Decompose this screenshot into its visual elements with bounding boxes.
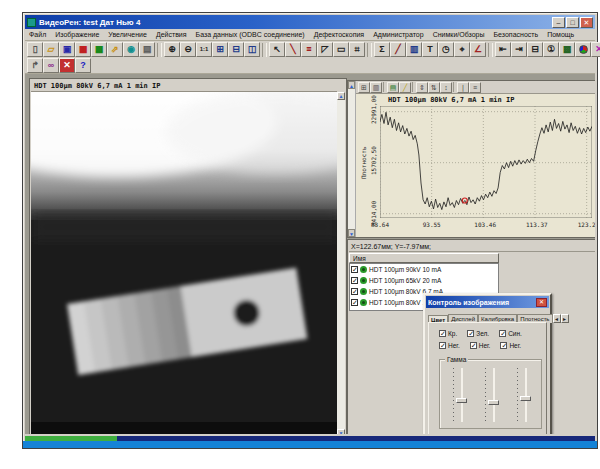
checkbox-box[interactable]: ✓: [499, 330, 506, 337]
open-folder-button[interactable]: ▱: [43, 42, 59, 57]
remove-box-button[interactable]: ⊟: [527, 42, 543, 57]
profile-toolbar: ⊞▥▤╱⇕⇅↕∣≡: [356, 81, 595, 94]
checkbox-box[interactable]: ✓: [467, 330, 474, 337]
profile-edit-button[interactable]: ╱: [399, 82, 411, 93]
save-file-button[interactable]: ▣: [59, 42, 75, 57]
checkbox-box[interactable]: ✓: [500, 342, 507, 349]
search-binoculars-button[interactable]: ∞: [43, 58, 59, 73]
crop-tool-button[interactable]: ⌗: [349, 42, 365, 57]
minimize-button[interactable]: –: [552, 17, 565, 28]
title-bar[interactable]: ВидеоРен: test Дат Нью 4 – □ ✕: [25, 15, 595, 29]
menu-item-5[interactable]: Дефектоскопия: [314, 31, 364, 38]
zoom-out-button[interactable]: ⊖: [180, 42, 196, 57]
histogram-tool-button[interactable]: ▥: [406, 42, 422, 57]
level-tool-button[interactable]: 〓: [301, 42, 317, 57]
green-view-icon: ▦: [95, 45, 104, 54]
profile-tool-button[interactable]: ╱: [390, 42, 406, 57]
scroll-up-icon[interactable]: ▲: [337, 92, 345, 100]
dialog-title-bar[interactable]: Контроль изображения ✕: [426, 296, 549, 308]
list-item[interactable]: ✓HDT 100µm 65kV 20 mA: [350, 275, 498, 286]
list-item[interactable]: ✓HDT 100µm 90kV 10 mA: [350, 264, 498, 275]
globe-button[interactable]: ◉: [123, 42, 139, 57]
profile-vscrollbar[interactable]: ▲ ▼: [348, 81, 356, 237]
next-image-button[interactable]: ⇥: [511, 42, 527, 57]
line-tool-button[interactable]: ╲: [285, 42, 301, 57]
marker-tool-button[interactable]: ◸: [317, 42, 333, 57]
menu-item-7[interactable]: Снимки/Обзоры: [433, 31, 485, 38]
maximize-button[interactable]: □: [566, 17, 579, 28]
clock-tool-button[interactable]: ◷: [438, 42, 454, 57]
target-tool-button[interactable]: ⌖: [454, 42, 470, 57]
split-horizontal-button[interactable]: ⊟: [228, 42, 244, 57]
pointer-tool-button[interactable]: ↖: [269, 42, 285, 57]
gamma-slider-red[interactable]: [452, 368, 468, 422]
plot-title: HDT 100µm 80kV 6,7 mA 1 min IP: [388, 96, 514, 104]
list-item-checkbox[interactable]: ✓: [351, 288, 358, 295]
zoom-one-to-one-button[interactable]: 1:1: [196, 42, 212, 57]
dialog-close-icon[interactable]: ✕: [536, 298, 547, 307]
menu-item-1[interactable]: Изображение: [55, 31, 99, 38]
menu-item-8[interactable]: Безопасность: [493, 31, 538, 38]
menu-item-0[interactable]: Файл: [29, 31, 46, 38]
list-item-checkbox[interactable]: ✓: [351, 277, 358, 284]
rgb-wheel-button[interactable]: [575, 42, 591, 57]
new-file-button[interactable]: ▯: [27, 42, 43, 57]
list-item-checkbox[interactable]: ✓: [351, 299, 358, 306]
tab-scroll-left-icon[interactable]: ◄: [553, 314, 561, 323]
checkbox-box[interactable]: ✓: [439, 330, 446, 337]
profile-options-button[interactable]: ≡: [469, 82, 481, 93]
checkbox--2[interactable]: ✓Син.: [499, 330, 522, 337]
print-button[interactable]: ▤: [139, 42, 155, 57]
prev-image-button[interactable]: ⇤: [495, 42, 511, 57]
profile-export-button[interactable]: ▤: [387, 82, 399, 93]
report-page-button[interactable]: ↱: [27, 58, 43, 73]
gamma-slider-green[interactable]: [484, 368, 500, 422]
green-view-button[interactable]: ▦: [91, 42, 107, 57]
checkbox--1[interactable]: ✓Нег.: [470, 342, 491, 349]
menu-item-3[interactable]: Действия: [156, 31, 187, 38]
sum-tool-button[interactable]: Σ: [374, 42, 390, 57]
angle-tool-button[interactable]: ∠: [470, 42, 486, 57]
single-box-icon: ①: [547, 45, 555, 54]
profile-tool-icon: ╱: [395, 45, 400, 54]
profile-chart[interactable]: [380, 106, 592, 218]
checkbox--1[interactable]: ✓Зел.: [467, 330, 489, 337]
menu-item-4[interactable]: База данных (ODBC соединение): [196, 31, 305, 38]
profile-scroll-down-icon[interactable]: ▼: [348, 229, 355, 237]
rgb-x-button[interactable]: ✕: [591, 42, 600, 57]
profile-slider-2-icon: ⇅: [431, 84, 437, 91]
scroll-down-icon[interactable]: ▼: [337, 429, 345, 434]
checkbox-box[interactable]: ✓: [470, 342, 477, 349]
profile-table-button[interactable]: ⊞: [358, 82, 370, 93]
red-view-button[interactable]: ▦: [75, 42, 91, 57]
profile-slider-2-button[interactable]: ⇅: [428, 82, 440, 93]
checkbox--0[interactable]: ✓Кр.: [439, 330, 457, 337]
text-tool-button[interactable]: T: [422, 42, 438, 57]
matrix-view-button[interactable]: ▩: [559, 42, 575, 57]
checkbox--2[interactable]: ✓Нег.: [500, 342, 521, 349]
close-button[interactable]: ✕: [580, 17, 593, 28]
profile-grid-button[interactable]: ▥: [370, 82, 382, 93]
profile-scroll-up-icon[interactable]: ▲: [348, 81, 355, 89]
single-box-button[interactable]: ①: [543, 42, 559, 57]
checkbox--0[interactable]: ✓Нег.: [439, 342, 460, 349]
tile-windows-button[interactable]: ⊞: [212, 42, 228, 57]
menu-item-9[interactable]: Помощь: [547, 31, 574, 38]
split-vertical-button[interactable]: ◫: [244, 42, 260, 57]
checkbox-box[interactable]: ✓: [439, 342, 446, 349]
menu-item-2[interactable]: Увеличение: [108, 31, 147, 38]
tab-scroll-right-icon[interactable]: ►: [561, 314, 569, 323]
roi-tool-button[interactable]: ▭: [333, 42, 349, 57]
profile-cursor-button[interactable]: ∣: [457, 82, 469, 93]
list-item-checkbox[interactable]: ✓: [351, 266, 358, 273]
xray-image[interactable]: [31, 92, 337, 434]
delete-button[interactable]: ✕: [59, 58, 75, 73]
profile-slider-3-button[interactable]: ↕: [440, 82, 452, 93]
help-button[interactable]: ?: [75, 58, 91, 73]
gamma-slider-blue[interactable]: [516, 368, 532, 422]
zoom-in-button[interactable]: ⊕: [164, 42, 180, 57]
menu-item-6[interactable]: Администратор: [373, 31, 424, 38]
export-folder-button[interactable]: ⇗: [107, 42, 123, 57]
profile-slider-1-button[interactable]: ⇕: [416, 82, 428, 93]
image-vscrollbar[interactable]: ▲ ▼: [337, 92, 345, 434]
